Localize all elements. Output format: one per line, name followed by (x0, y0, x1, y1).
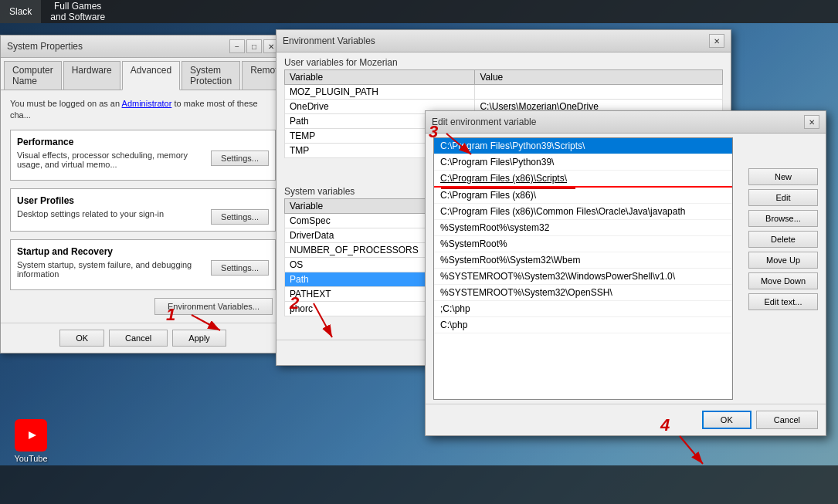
user-profiles-settings-btn[interactable]: Settings... (211, 209, 269, 225)
desktop: Slack Full Gamesand Software YouTube Sys… (0, 0, 838, 504)
system-properties-window: System Properties − □ ✕ Computer Name Ha… (0, 35, 286, 353)
var-value (475, 85, 723, 100)
list-item-openssh[interactable]: %SYSTEMROOT%\System32\OpenSSH\ (434, 285, 732, 301)
edit-env-list[interactable]: C:\Program Files\Python39\Scripts\ C:\Pr… (433, 137, 733, 400)
admin-link[interactable]: Administrator (122, 99, 172, 108)
tab-computer-name[interactable]: Computer Name (4, 61, 62, 90)
bottom-taskbar (0, 465, 838, 504)
edit-env-footer: OK Cancel (426, 404, 826, 435)
list-item-systemroot[interactable]: %SystemRoot% (434, 236, 732, 252)
list-item-x86-scripts[interactable]: C:\Program Files (x86)\Scripts\ (434, 171, 732, 188)
edit-env-body: C:\Program Files\Python39\Scripts\ C:\Pr… (426, 137, 826, 400)
system-props-footer: OK Cancel Apply (1, 323, 285, 353)
admin-notice: You must be logged on as an Administrato… (10, 98, 276, 122)
list-item-x86[interactable]: C:\Program Files (x86)\ (434, 188, 732, 204)
env-vars-title: Environment Variables (283, 36, 375, 46)
env-vars-row: Environment Variables... (10, 298, 276, 315)
system-props-tabs: Computer Name Hardware Advanced System P… (1, 58, 285, 90)
edit-env-close-button[interactable]: ✕ (804, 115, 819, 129)
edit-move-down-button[interactable]: Move Down (748, 272, 818, 289)
taskbar-full-games[interactable]: Full Gamesand Software (41, 0, 114, 23)
startup-recovery-settings-btn[interactable]: Settings... (211, 260, 269, 276)
var-name: MOZ_PLUGIN_PATH (285, 85, 475, 100)
edit-env-title: Edit environment variable (432, 117, 536, 127)
edit-side-buttons: New Edit Browse... Delete Move Up Move D… (748, 168, 818, 310)
system-props-content: You must be logged on as an Administrato… (1, 90, 285, 323)
user-profiles-title: User Profiles (17, 195, 269, 206)
list-item-oracle-java[interactable]: C:\Program Files (x86)\Common Files\Orac… (434, 204, 732, 220)
list-item-php-colon[interactable]: ;C:\php (434, 301, 732, 317)
tab-hardware[interactable]: Hardware (63, 61, 120, 90)
table-row[interactable]: MOZ_PLUGIN_PATH (285, 85, 723, 100)
env-vars-titlebar: Environment Variables ✕ (277, 30, 731, 52)
system-props-titlebar: System Properties − □ ✕ (1, 36, 285, 58)
env-vars-win-controls: ✕ (709, 34, 724, 48)
startup-recovery-section: Startup and Recovery Settings... System … (10, 239, 276, 290)
performance-title: Performance (17, 137, 269, 147)
edit-cancel-button[interactable]: Cancel (756, 411, 818, 429)
list-item-systemroot-system32[interactable]: %SystemRoot%\system32 (434, 220, 732, 236)
edit-env-dialog: Edit environment variable ✕ C:\Program F… (425, 110, 826, 436)
taskbar-slack[interactable]: Slack (0, 0, 41, 23)
env-vars-button[interactable]: Environment Variables... (154, 298, 273, 315)
sys-cancel-button[interactable]: Cancel (109, 330, 168, 347)
user-vars-section-title: User variables for Mozerian (277, 52, 731, 69)
user-val-header: Value (475, 70, 723, 85)
youtube-icon-img (15, 419, 47, 452)
list-item-powershell[interactable]: %SYSTEMROOT%\System32\WindowsPowerShell\… (434, 269, 732, 285)
desktop-icon-youtube[interactable]: YouTube (4, 419, 58, 464)
taskbar-top: Slack Full Gamesand Software (0, 0, 838, 23)
user-var-header: Variable (285, 70, 475, 85)
env-vars-close-button[interactable]: ✕ (709, 34, 724, 48)
sys-apply-button[interactable]: Apply (172, 330, 226, 347)
performance-settings-btn[interactable]: Settings... (211, 151, 269, 166)
list-item-php[interactable]: C:\php (434, 317, 732, 333)
edit-move-up-button[interactable]: Move Up (748, 252, 818, 269)
edit-env-titlebar: Edit environment variable ✕ (426, 111, 826, 134)
edit-text-button[interactable]: Edit text... (748, 293, 818, 310)
sys-ok-button[interactable]: OK (59, 330, 104, 347)
tab-advanced[interactable]: Advanced (122, 61, 180, 90)
list-item-wbem[interactable]: %SystemRoot%\System32\Wbem (434, 252, 732, 269)
list-item-python-scripts[interactable]: C:\Program Files\Python39\Scripts\ (434, 138, 732, 154)
startup-recovery-title: Startup and Recovery (17, 246, 269, 257)
maximize-button[interactable]: □ (246, 39, 262, 53)
performance-section: Performance Settings... Visual effects, … (10, 130, 276, 181)
youtube-label: YouTube (14, 454, 47, 464)
edit-edit-button[interactable]: Edit (748, 189, 818, 206)
list-item-python39[interactable]: C:\Program Files\Python39\ (434, 154, 732, 171)
tab-system-protection[interactable]: System Protection (182, 61, 240, 90)
user-profiles-section: User Profiles Settings... Desktop settin… (10, 188, 276, 232)
system-props-title: System Properties (7, 41, 83, 52)
win-controls: − □ ✕ (229, 39, 279, 53)
edit-delete-button[interactable]: Delete (748, 231, 818, 248)
edit-browse-button[interactable]: Browse... (748, 210, 818, 227)
edit-new-button[interactable]: New (748, 168, 818, 185)
edit-env-win-controls: ✕ (804, 115, 819, 129)
edit-ok-button[interactable]: OK (702, 411, 751, 429)
minimize-button[interactable]: − (229, 39, 245, 53)
